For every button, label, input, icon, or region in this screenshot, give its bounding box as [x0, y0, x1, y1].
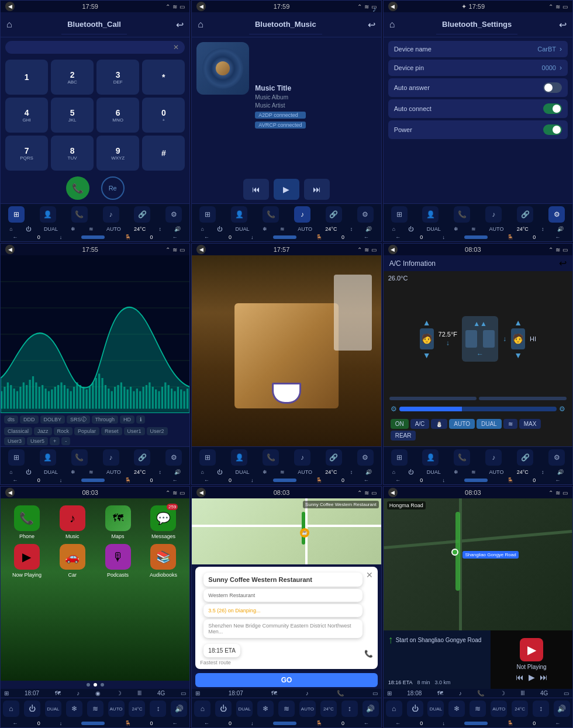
- back-icon-p3[interactable]: ↩: [559, 19, 567, 30]
- next-button[interactable]: ⏭: [304, 179, 330, 200]
- back-button-p8[interactable]: ◀: [196, 488, 206, 497]
- nav-music-p5[interactable]: ♪: [294, 449, 310, 466]
- eq-through[interactable]: Through: [92, 415, 119, 424]
- nav-link-p3[interactable]: 🔗: [517, 206, 533, 223]
- eq-info[interactable]: ℹ: [136, 415, 145, 424]
- back-button-p6[interactable]: ◀: [388, 245, 398, 254]
- vol2-p2[interactable]: 🔊: [365, 226, 372, 232]
- snow-p2[interactable]: ❄: [263, 226, 267, 232]
- nav-act-music[interactable]: ♪: [459, 690, 462, 696]
- nav-icon-music-p1[interactable]: ♪: [103, 206, 119, 223]
- play-button[interactable]: ▶: [274, 179, 299, 200]
- nav-music-icon[interactable]: ♪: [306, 690, 309, 696]
- back-button-p7[interactable]: ◀: [5, 488, 15, 497]
- nav-map-icon[interactable]: 🗺: [271, 690, 277, 696]
- setting-device-name[interactable]: Device name CarBT ›: [388, 41, 568, 57]
- nav-grid-p2[interactable]: ⊞: [199, 206, 216, 223]
- auto-connect-toggle[interactable]: [543, 103, 562, 114]
- nav-grid-icon[interactable]: ⊞: [195, 690, 200, 696]
- app-messages[interactable]: 💬 259 Messages: [143, 505, 184, 539]
- np-play-btn[interactable]: ▶: [529, 672, 535, 682]
- app-phone[interactable]: 📞 Phone: [6, 505, 47, 539]
- back-arr-p1[interactable]: ←: [13, 234, 18, 240]
- app-car[interactable]: 🚗 Car: [52, 544, 93, 578]
- ac-back-icon[interactable]: ↩: [559, 258, 567, 269]
- dial-key-6[interactable]: 6MNO: [96, 98, 139, 133]
- status-map-icon[interactable]: 🗺: [55, 690, 61, 696]
- nav-act-grid[interactable]: ⊞: [387, 690, 392, 696]
- nav-act-phone[interactable]: 📞: [477, 690, 484, 696]
- setting-device-pin[interactable]: Device pin 0000 ›: [388, 60, 568, 76]
- nav-icon-grid-p1[interactable]: ⊞: [8, 206, 25, 223]
- ac-ac-btn[interactable]: A/C: [410, 419, 430, 429]
- recall-button[interactable]: Re: [101, 176, 125, 200]
- fan-p1[interactable]: ≋: [89, 226, 94, 232]
- nav-grid-p4[interactable]: ⊞: [8, 449, 25, 466]
- home-icon-p1[interactable]: ⌂: [6, 19, 12, 30]
- prev-button[interactable]: ⏮: [243, 179, 269, 200]
- power-toggle[interactable]: [543, 124, 562, 135]
- nav-icon-link-p1[interactable]: 🔗: [134, 206, 150, 223]
- eq-popular[interactable]: Popular: [74, 427, 99, 435]
- ac-auto-btn[interactable]: AUTO: [449, 419, 475, 429]
- nav-phone-p3[interactable]: 📞: [454, 206, 470, 223]
- slider-l[interactable]: [389, 397, 477, 400]
- app-maps[interactable]: 🗺 Maps: [98, 505, 139, 539]
- dial-key-hash[interactable]: #: [142, 136, 185, 171]
- poi-phone-icon[interactable]: 📞: [364, 650, 373, 658]
- home-climate-p1[interactable]: ⌂: [9, 226, 12, 232]
- nav-grid-p3[interactable]: ⊞: [391, 206, 408, 223]
- nav-music-p2[interactable]: ♪: [294, 206, 310, 223]
- nav-settings-p3[interactable]: ⚙: [548, 206, 565, 223]
- app-music[interactable]: ♪ Music: [52, 505, 93, 539]
- dial-key-4[interactable]: 4GHI: [5, 98, 48, 133]
- temp-slider-p3[interactable]: [464, 235, 488, 239]
- back-button-p9[interactable]: ◀: [388, 488, 398, 497]
- np-next-btn[interactable]: ⏭: [540, 672, 548, 682]
- dial-key-3[interactable]: 3DEF: [96, 60, 139, 95]
- nav-music-p4[interactable]: ♪: [103, 449, 119, 466]
- page-dot-2[interactable]: [94, 683, 97, 687]
- nav-music-p3[interactable]: ♪: [485, 206, 502, 223]
- back-button-p4[interactable]: ◀: [5, 245, 15, 254]
- ac-on-btn[interactable]: ON: [391, 419, 409, 429]
- nav-settings-p4[interactable]: ⚙: [165, 449, 182, 466]
- dial-key-7[interactable]: 7PQRS: [5, 136, 48, 171]
- back-button-p5[interactable]: ◀: [196, 245, 206, 254]
- page-dot-3[interactable]: [101, 683, 104, 687]
- eq-srs[interactable]: SRS🄫: [67, 415, 90, 424]
- back-arr2-p1[interactable]: ←: [172, 234, 178, 240]
- eq-reset[interactable]: Reset: [101, 427, 122, 435]
- ac-defrost-btn[interactable]: ⛄: [431, 419, 447, 429]
- eq-dolby[interactable]: DOLBY: [40, 415, 65, 424]
- eq-add[interactable]: +: [50, 437, 60, 445]
- power-climate-p1[interactable]: ⏻: [26, 226, 31, 232]
- nav-act-map[interactable]: 🗺: [437, 690, 443, 696]
- app-audiobooks[interactable]: 📚 Audiobooks: [143, 544, 184, 578]
- status-carplay-icon[interactable]: ◉: [95, 690, 101, 696]
- map-area-p8[interactable]: ☕ Sunny Coffee Western Restaurant: [192, 498, 381, 564]
- nav-map-area[interactable]: Hongma Road Shangliao Gongye Road: [384, 498, 572, 630]
- snowflake-p1[interactable]: ❄: [71, 226, 75, 232]
- temp-slider-p2[interactable]: [273, 235, 296, 239]
- search-input-p1[interactable]: [11, 43, 163, 51]
- fan2-p2[interactable]: ≋: [280, 226, 285, 232]
- eq-jazz[interactable]: Jazz: [34, 427, 52, 435]
- nav-phone-icon[interactable]: 📞: [337, 690, 344, 696]
- eq-user1[interactable]: User1: [124, 427, 145, 435]
- dial-key-1[interactable]: 1: [5, 60, 48, 95]
- nav-icon-phone-p1[interactable]: 📞: [71, 206, 88, 223]
- power-clim-p2[interactable]: ⏻: [217, 226, 222, 232]
- ac-dual-btn[interactable]: DUAL: [477, 419, 502, 429]
- eq-rock[interactable]: Rock: [54, 427, 73, 435]
- video-area[interactable]: [192, 255, 381, 446]
- eq-user5[interactable]: User5: [27, 437, 48, 445]
- nav-phone-p5[interactable]: 📞: [263, 449, 279, 466]
- nav-link-p2[interactable]: 🔗: [326, 206, 342, 223]
- eq-hd[interactable]: HD: [120, 415, 134, 424]
- np-prev-btn[interactable]: ⏮: [516, 672, 524, 682]
- dial-key-star[interactable]: *: [142, 60, 185, 95]
- home-icon-p3[interactable]: ⌂: [389, 19, 395, 30]
- app-podcasts[interactable]: 🎙 Podcasts: [98, 544, 139, 578]
- status-grid-icon[interactable]: ⊞: [4, 690, 9, 696]
